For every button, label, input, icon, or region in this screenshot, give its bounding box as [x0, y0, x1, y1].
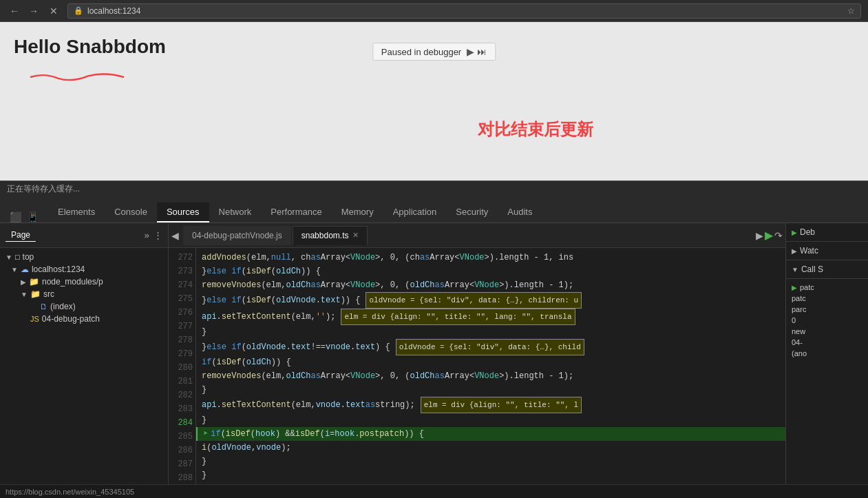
ln-275: 275	[169, 292, 193, 306]
close-tab-button[interactable]: ✕	[45, 4, 62, 18]
globe-icon: ☁	[21, 264, 29, 274]
tab-label-snabbdom: snabbdom.ts	[301, 231, 349, 240]
tree-item-index[interactable]: 🗋 (index)	[0, 300, 168, 313]
file-panel: Page » ⋮ ▼ □ top ▼ ☁ localhost:1234	[0, 223, 169, 484]
ln-280: 280	[169, 361, 193, 375]
back-button[interactable]: ←	[7, 4, 22, 18]
code-line-283: }	[196, 413, 785, 427]
file-icon-index: 🗋	[40, 302, 47, 311]
resume-execution-button[interactable]: ▶	[765, 229, 773, 242]
devtools-panel: ⬛ 📱 Elements Console Sources Network Per…	[0, 197, 868, 498]
panel-tab-page[interactable]: Page	[6, 229, 36, 242]
callstack-item-new[interactable]: new	[792, 326, 862, 337]
callstack-header[interactable]: ▼ Call S	[786, 260, 868, 279]
callstack-content: ▶ patc patc parc 0 new 04-	[786, 279, 868, 362]
tree-label-localhost: localhost:1234	[32, 264, 85, 274]
panel-settings-button[interactable]: ⋮	[154, 230, 162, 240]
resume-button[interactable]: ▶	[467, 46, 474, 57]
callstack-item-0[interactable]: ▶ patc	[792, 282, 862, 293]
callstack-item-ano[interactable]: (ano	[792, 348, 862, 359]
ln-279: 279	[169, 347, 193, 361]
ln-278: 278	[169, 333, 193, 347]
ln-276: 276	[169, 306, 193, 320]
line-numbers: 272 273 274 275 276 277 278 279 280 281 …	[169, 248, 196, 484]
code-area: 272 273 274 275 276 277 278 279 280 281 …	[169, 248, 785, 484]
status-text: 正在等待存入缓存...	[7, 183, 80, 195]
code-panel: ◀ 04-debug-patchVnode.js snabbdom.ts ✕ ▶…	[169, 223, 785, 484]
paused-label: Paused in debugger	[381, 47, 461, 57]
watch-header[interactable]: ▶ Watc	[786, 242, 868, 260]
tree-item-localhost[interactable]: ▼ ☁ localhost:1234	[0, 263, 168, 276]
bookmark-icon: ☆	[847, 6, 855, 16]
callstack-label: Call S	[801, 264, 823, 274]
callstack-item-04[interactable]: 04-	[792, 337, 862, 348]
tree-arrow-top: ▼	[6, 253, 12, 261]
code-line-287: }	[196, 468, 785, 482]
editor-tab-snabbdom[interactable]: snabbdom.ts ✕	[293, 226, 368, 245]
code-line-285: i(oldVnode, vnode);	[196, 441, 785, 455]
callstack-item-label-new: new	[792, 327, 805, 335]
code-line-282: api.setTextContent(elm, vnode.text as st…	[196, 397, 785, 413]
tab-performance[interactable]: Performance	[261, 203, 331, 222]
step-button[interactable]: ↷	[774, 230, 783, 241]
browser-status-bar: 正在等待存入缓存...	[0, 180, 868, 197]
tree-item-node-modules[interactable]: ▶ 📁 node_modules/p	[0, 276, 168, 288]
tab-label-debug-patch: 04-debug-patchVnode.js	[192, 231, 282, 240]
devtools-body: Page » ⋮ ▼ □ top ▼ ☁ localhost:1234	[0, 223, 868, 484]
editor-nav-right[interactable]: ▶	[756, 230, 763, 241]
code-line-284: ➤ if (isDef(hook) && isDef(i = hook.post…	[196, 427, 785, 441]
tooltip-275: oldVnode = {sel: "div", data: {…}, child…	[366, 292, 582, 309]
tree-item-debug-patch[interactable]: JS 04-debug-patch	[0, 313, 168, 325]
tab-console[interactable]: Console	[105, 203, 157, 222]
device-toggle-button[interactable]: 📱	[27, 211, 39, 222]
forward-button[interactable]: →	[26, 4, 41, 18]
tab-audits[interactable]: Audits	[498, 203, 542, 222]
tab-network[interactable]: Network	[209, 203, 262, 222]
tree-item-top[interactable]: ▼ □ top	[0, 251, 168, 263]
tree-item-src[interactable]: ▼ 📁 src	[0, 288, 168, 300]
callstack-item-2[interactable]: parc	[792, 304, 862, 315]
editor-nav-left[interactable]: ◀	[171, 230, 179, 241]
panel-more-button[interactable]: »	[145, 230, 149, 240]
file-icon-debug: JS	[30, 315, 39, 323]
code-lines: addVnodes(elm, null, ch as Array<VNode>,…	[196, 248, 785, 484]
address-bar[interactable]: 🔒 localhost:1234 ☆	[67, 3, 861, 19]
debug-header[interactable]: ▶ Deb	[786, 223, 868, 242]
tab-close-snabbdom[interactable]: ✕	[352, 231, 359, 240]
code-line-273: } else if (isDef(oldCh)) {	[196, 264, 785, 278]
ln-282: 282	[169, 388, 193, 402]
chinese-annotation: 对比结束后更新	[478, 118, 593, 141]
ln-286: 286	[169, 444, 193, 457]
tab-application[interactable]: Application	[383, 203, 447, 222]
tab-elements[interactable]: Elements	[48, 203, 105, 222]
callstack-item-label-3: 0	[792, 316, 796, 324]
code-line-276: api.setTextContent(elm, ''); elm = div {…	[196, 309, 785, 325]
devtools-tabs: ⬛ 📱 Elements Console Sources Network Per…	[0, 197, 868, 223]
callstack-item-1[interactable]: patc	[792, 293, 862, 304]
pause-controls: ▶ ⏭	[467, 46, 487, 57]
inspect-element-button[interactable]: ⬛	[10, 211, 21, 222]
editor-tabs: ◀ 04-debug-patchVnode.js snabbdom.ts ✕ ▶…	[169, 223, 785, 248]
editor-tab-debug-patch[interactable]: 04-debug-patchVnode.js	[183, 226, 291, 245]
folder-icon-top: □	[15, 253, 20, 261]
watch-label: Watc	[800, 246, 818, 256]
devtools-icons: ⬛ 📱	[4, 211, 44, 222]
url-text: localhost:1234	[87, 6, 140, 16]
tab-sources[interactable]: Sources	[157, 203, 209, 222]
callstack-item-3[interactable]: 0	[792, 315, 862, 326]
callstack-item-label-0: patc	[800, 283, 814, 291]
tab-security[interactable]: Security	[446, 203, 498, 222]
red-underline-decoration	[15, 72, 139, 83]
step-over-button[interactable]: ⏭	[477, 46, 487, 57]
tooltip-278: oldVnode = {sel: "div", data: {…}, child	[396, 339, 584, 355]
ln-281: 281	[169, 375, 193, 388]
callstack-item-label-ano: (ano	[792, 349, 807, 357]
bottom-url-bar: https://blog.csdn.net/weixin_45345105	[0, 484, 868, 498]
code-line-277: }	[196, 325, 785, 339]
callstack-item-label-04: 04-	[792, 338, 803, 346]
code-line-272: addVnodes(elm, null, ch as Array<VNode>,…	[196, 251, 785, 264]
tab-memory[interactable]: Memory	[332, 203, 383, 222]
code-line-286: }	[196, 455, 785, 468]
ln-273: 273	[169, 264, 193, 278]
tooltip-282: elm = div {align: "", title: "", l	[421, 397, 582, 413]
